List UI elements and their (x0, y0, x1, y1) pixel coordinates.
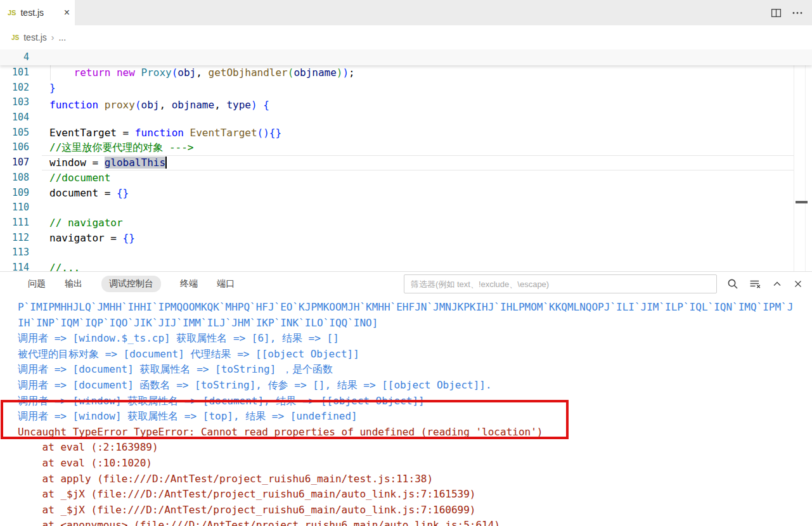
panel-tabs: 问题输出调试控制台终端端口 (28, 276, 235, 292)
code-token: type (226, 99, 251, 111)
breadcrumb-separator-icon: › (51, 32, 55, 42)
panel-tab-debug-console[interactable]: 调试控制台 (101, 276, 161, 292)
panel-tab-ports[interactable]: 端口 (217, 278, 235, 290)
maximize-panel-icon[interactable] (772, 279, 782, 289)
search-icon[interactable] (727, 278, 738, 290)
code-line-108[interactable]: 108//document (0, 170, 812, 186)
code-token: proxy (105, 99, 135, 111)
code-token: document = (49, 187, 117, 199)
panel-tab-problems[interactable]: 问题 (28, 278, 46, 290)
code-line-112[interactable]: 112navigator = {} (0, 231, 812, 246)
editor-actions (771, 0, 803, 25)
line-number[interactable]: 114 (0, 260, 29, 271)
tab-label: test.js (20, 8, 44, 18)
line-number[interactable]: 111 (0, 215, 29, 231)
code-text: navigator = {} (49, 231, 812, 246)
panel-tab-terminal[interactable]: 终端 (180, 278, 198, 290)
code-token: obj (141, 99, 160, 111)
code-text: //... (49, 260, 812, 271)
code-token: //... (49, 262, 80, 271)
panel-tab-output[interactable]: 输出 (65, 278, 82, 290)
debug-console-output: P`IMIPMHHJLQ`JMHH`IHHI`IPMQOOMKQK`MHPQ`H… (0, 296, 812, 526)
code-token: // navigator (49, 217, 123, 229)
code-line-113[interactable]: 113 (0, 245, 812, 260)
text-cursor (165, 157, 167, 169)
code-text: // navigator (49, 215, 812, 231)
selected-text: globalThis (105, 157, 165, 169)
code-token: ( (135, 99, 141, 111)
code-token: {} (117, 187, 129, 199)
editor-tab-bar: JS test.js × (0, 0, 812, 25)
panel-header: 问题输出调试控制台终端端口 (0, 272, 812, 296)
code-token: {} (123, 232, 135, 244)
line-number[interactable]: 107 (0, 155, 29, 170)
code-text: //document (49, 170, 812, 186)
close-panel-icon[interactable] (793, 279, 803, 289)
line-number[interactable]: 110 (0, 200, 29, 215)
console-entry-log: 调用者 => [document] 获取属性名 => [toString] ，是… (0, 362, 812, 378)
line-number[interactable]: 4 (0, 49, 29, 65)
code-token: navigator = (49, 232, 123, 244)
code-line-110[interactable]: 110 (0, 200, 812, 215)
code-line-107[interactable]: 107window = globalThis (0, 155, 812, 170)
sticky-scroll-line[interactable]: 4 function proxy(obj, objname, type) { (0, 49, 812, 65)
console-entry-error: at eval (:10:1020) (0, 456, 812, 471)
console-entry-error: at apply (file:///D:/AntTest/project_rui… (0, 471, 812, 487)
code-token (98, 99, 105, 111)
split-editor-icon[interactable] (771, 8, 782, 18)
panel-icons (727, 278, 803, 290)
console-filter-input[interactable] (404, 274, 717, 293)
vscode-window: { "colors": { "kw": "#0000ff", "ctrl": "… (0, 0, 812, 526)
code-line-109[interactable]: 109document = {} (0, 186, 812, 201)
console-entry-log: P`IMIPMHHJLQ`JMHH`IHHI`IPMQOOMKQK`MHPQ`H… (0, 300, 812, 331)
line-number[interactable]: 103 (0, 95, 29, 110)
overview-ruler-cursor-marker (796, 201, 808, 203)
code-token: ) { (251, 99, 269, 111)
line-number[interactable]: 113 (0, 245, 29, 260)
line-number[interactable]: 108 (0, 170, 29, 186)
code-token: window = (49, 157, 105, 169)
more-actions-icon[interactable] (792, 8, 803, 18)
js-file-icon: JS (8, 9, 16, 16)
console-entry-log: 被代理的目标对象 => [document] 代理结果 => [[object … (0, 347, 812, 362)
code-line-114[interactable]: 114//... (0, 260, 812, 271)
clear-console-icon[interactable] (749, 278, 761, 290)
close-tab-icon[interactable]: × (64, 8, 70, 18)
console-entry-error: at _$jX (file:///D:/AntTest/project_ruis… (0, 487, 812, 503)
breadcrumb-more[interactable]: ... (58, 32, 66, 42)
console-entry-log: 调用者 => [window] 获取属性名 => [top], 结果 => [u… (0, 409, 812, 425)
console-entry-error: at _$jX (file:///D:/AntTest/project_ruis… (0, 503, 812, 518)
console-entry-error: at <anonymous> (file:///D:/AntTest/proje… (0, 518, 812, 526)
line-number[interactable]: 109 (0, 186, 29, 201)
console-entry-error: Uncaught TypeError TypeError: Cannot rea… (0, 425, 812, 440)
code-editor[interactable]: 4 function proxy(obj, objname, type) { 1… (0, 49, 812, 271)
line-number[interactable]: 112 (0, 231, 29, 246)
breadcrumb: JS test.js › ... (0, 25, 812, 49)
code-token: //document (49, 172, 110, 184)
code-token: objname (172, 99, 214, 111)
console-entry-log: 调用者 => [document] 函数名 => [toString], 传参 … (0, 378, 812, 394)
console-entry-log: 调用者 => [window.$_ts.cp] 获取属性名 => [6], 结果… (0, 331, 812, 347)
tab-testjs[interactable]: JS test.js × (0, 0, 75, 25)
code-token: , (159, 99, 171, 111)
code-text: window = globalThis (49, 155, 812, 170)
code-text: document = {} (49, 186, 812, 201)
console-entry-error: at eval (:2:163989) (0, 440, 812, 456)
breadcrumb-file[interactable]: test.js (23, 32, 47, 42)
code-token: function (49, 99, 98, 111)
console-entry-log: 调用者 => [window] 获取属性名 => [document], 结果 … (0, 394, 812, 409)
code-line-111[interactable]: 111// navigator (0, 215, 812, 231)
js-file-icon-small: JS (11, 34, 19, 41)
code-token: , (214, 99, 226, 111)
